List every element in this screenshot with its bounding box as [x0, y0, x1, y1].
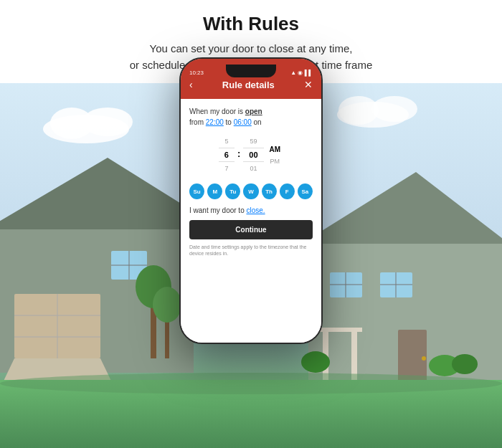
phone-notch — [226, 65, 276, 77]
svg-point-34 — [301, 351, 330, 373]
back-icon[interactable]: ‹ — [189, 79, 193, 90]
hour-above: 5 — [220, 136, 232, 146]
hour-column[interactable]: 5 6 7 — [219, 136, 235, 173]
time-separator: : — [237, 148, 240, 159]
status-icons: ▲ ◉ ▌▌ — [290, 70, 313, 76]
screen-content: 10:23 ▲ ◉ ▌▌ ‹ Rule details ✕ When my do… — [181, 59, 321, 343]
close-icon[interactable]: ✕ — [304, 79, 313, 90]
period-am[interactable]: AM — [267, 144, 284, 155]
rule-description: When my door is open from 22:00 to 06:00… — [189, 106, 313, 128]
disclaimer-text: Date and time settings apply to the time… — [189, 244, 313, 257]
day-button[interactable]: Sa — [298, 184, 313, 199]
phone-mockup: 10:23 ▲ ◉ ▌▌ ‹ Rule details ✕ When my do… — [179, 57, 323, 344]
day-button[interactable]: W — [243, 184, 258, 199]
day-button[interactable]: Su — [189, 184, 204, 199]
screen-body: When my door is open from 22:00 to 06:00… — [181, 99, 321, 343]
days-row[interactable]: SuMTuWThFSa — [189, 184, 313, 199]
day-button[interactable]: M — [207, 184, 222, 199]
time-picker[interactable]: 5 6 7 : 59 00 01 AM PM — [189, 133, 313, 176]
phone-screen: 10:23 ▲ ◉ ▌▌ ‹ Rule details ✕ When my do… — [181, 59, 321, 343]
svg-point-33 — [422, 356, 426, 361]
minute-above: 59 — [245, 136, 261, 146]
hour-below: 7 — [220, 163, 232, 173]
screen-title: Rule details — [222, 80, 275, 90]
period-column[interactable]: AM PM — [267, 144, 284, 166]
svg-point-20 — [153, 287, 181, 323]
svg-point-6 — [371, 96, 417, 122]
continue-button[interactable]: Continue — [189, 220, 313, 239]
hour-selected[interactable]: 6 — [219, 148, 235, 162]
day-button[interactable]: Tu — [225, 184, 240, 199]
svg-rect-31 — [319, 328, 362, 332]
phone-device: 10:23 ▲ ◉ ▌▌ ‹ Rule details ✕ When my do… — [179, 57, 323, 344]
period-pm[interactable]: PM — [267, 156, 283, 166]
page-title: With Rules — [29, 13, 473, 35]
day-button[interactable]: F — [280, 184, 295, 199]
svg-point-3 — [82, 108, 133, 136]
door-action: I want my door to close. — [189, 206, 313, 214]
svg-point-36 — [452, 354, 478, 374]
svg-point-38 — [0, 373, 502, 394]
status-time: 10:23 — [189, 70, 204, 76]
day-button[interactable]: Th — [262, 184, 277, 199]
minute-below: 01 — [245, 163, 261, 173]
minute-selected[interactable]: 00 — [243, 148, 263, 162]
minute-column[interactable]: 59 00 01 — [243, 136, 263, 173]
